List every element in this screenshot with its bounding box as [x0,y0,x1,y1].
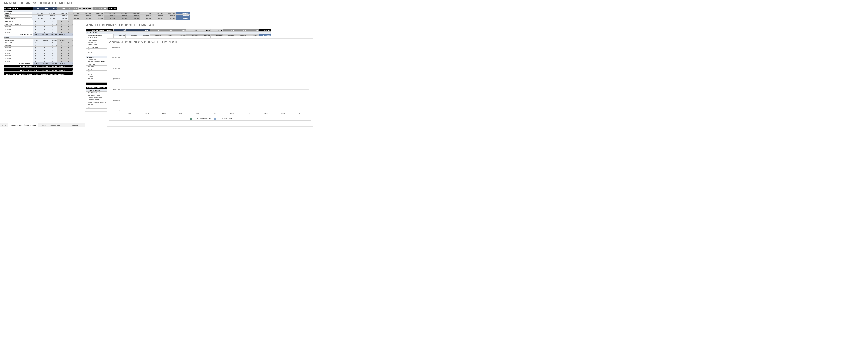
tab-nav-prev[interactable]: ◄ [0,123,4,127]
cell[interactable]: $- [33,60,40,62]
cell[interactable]: $- [49,49,58,52]
cell[interactable]: $- [40,23,49,26]
cell[interactable]: $80.00 [140,17,152,20]
cell[interactable]: $70.00 [33,62,40,65]
cell[interactable]: $806.00 [33,33,40,36]
cell[interactable]: $- [49,44,58,47]
cell[interactable]: $- [33,57,40,60]
cell[interactable]: $1,055.00 [49,65,58,68]
cell[interactable]: $- [49,41,58,44]
cell[interactable]: $1,000.00 [92,12,104,15]
cell[interactable]: $890.00 [40,33,49,36]
cell[interactable]: $960.00 [40,69,49,71]
cell[interactable]: $50.00 [164,15,176,17]
cell[interactable]: $- [40,57,49,60]
cell[interactable]: $- [33,20,40,23]
cell[interactable]: $60.00 [116,15,128,17]
cell[interactable]: $50.00 [92,15,104,17]
cell[interactable]: $- [58,60,66,62]
cell[interactable]: $- [58,31,66,33]
cell[interactable]: $56.00 [32,17,44,20]
cell[interactable]: $350.00 [125,34,137,36]
cell[interactable]: $- [66,60,73,62]
cell[interactable]: $- [40,44,49,47]
cell[interactable]: $- [33,23,40,26]
cell[interactable]: $ [66,65,73,68]
cell[interactable]: $60.00 [80,15,92,17]
cell[interactable]: $876.00 [33,65,40,68]
cell[interactable]: $- [58,44,66,47]
cell[interactable]: $- [49,57,58,60]
cell[interactable]: $- [40,28,49,31]
cell[interactable]: $80.00 [128,17,140,20]
cell[interactable]: $- [33,52,40,55]
cell[interactable]: $975.00 [49,33,58,36]
cell[interactable]: $50.00 [56,15,68,17]
cell[interactable]: $70.00 [33,39,40,41]
cell[interactable]: $- [49,26,58,28]
cell[interactable]: $350.00 [137,34,150,36]
cell[interactable]: $630.00 [58,33,66,36]
cell[interactable]: $ [66,33,73,36]
cell[interactable]: $845.00 [128,12,140,15]
cell[interactable]: $- [49,20,58,23]
cell[interactable]: $- [40,26,49,28]
cell[interactable]: $- [40,52,49,55]
cell[interactable]: $350.00 [235,34,247,36]
cell[interactable]: $350.00 [210,34,223,36]
cell[interactable]: $400.00 [162,34,174,36]
cell[interactable]: $- [40,41,49,44]
cell[interactable]: $ [66,39,73,41]
cell[interactable]: $- [33,47,40,49]
cell[interactable]: $70.00 [58,39,66,41]
cell[interactable]: $- [40,20,49,23]
cell[interactable]: $- [33,26,40,28]
cell[interactable]: $700.00 [32,12,44,15]
cell[interactable]: $400.00 [174,34,186,36]
cell[interactable]: $- [40,55,49,57]
cell[interactable]: $- [33,44,40,47]
cell[interactable]: $54.00 [164,17,176,20]
cell[interactable]: $- [66,31,73,33]
cell[interactable]: $- [33,49,40,52]
cell[interactable]: $400.00 [152,12,164,15]
cell[interactable]: $ [66,69,73,71]
cell[interactable]: $- [49,47,58,49]
cell[interactable]: $350.00 [198,34,210,36]
cell[interactable]: $76.00 [80,17,92,20]
cell[interactable]: $- [49,31,58,33]
cell[interactable]: $50.00 [128,15,140,17]
cell[interactable]: $70.00 [40,39,49,41]
cell[interactable]: $400.00 [247,34,259,36]
cell[interactable]: $876.00 [33,73,40,75]
cell[interactable]: $- [66,23,73,26]
cell[interactable]: $80.00 [56,17,68,20]
cell[interactable]: $- [58,23,66,26]
cell[interactable]: $50.00 [32,15,44,17]
cell[interactable]: $- [66,55,73,57]
cell[interactable]: $3,591.00 [58,73,66,75]
sheet-tab[interactable]: Expenses - Annual Bus. Budget [38,123,69,127]
cell[interactable]: $- [40,31,49,33]
cell[interactable]: $876.00 [33,69,40,71]
cell[interactable]: $80.00 [49,62,58,65]
cell[interactable]: $- [58,47,66,49]
cell[interactable]: $- [58,57,66,60]
cell[interactable]: $350.00 [113,34,125,36]
cell[interactable]: $- [58,20,66,23]
cell[interactable]: $50.00 [68,15,80,17]
cell[interactable]: $70.00 [58,62,66,65]
cell[interactable]: $- [49,23,58,26]
cell[interactable]: $- [58,49,66,52]
cell[interactable]: $- [66,47,73,49]
cell[interactable]: $- [33,28,40,31]
cell[interactable]: $400.00 [80,12,92,15]
cell[interactable]: $- [58,55,66,57]
cell[interactable]: $54.00 [92,17,104,20]
cell[interactable]: $70.00 [116,17,128,20]
cell[interactable]: $350.00 [223,34,235,36]
cell[interactable]: $- [49,28,58,31]
cell[interactable]: $- [49,60,58,62]
cell[interactable]: $80.00 [68,17,80,20]
cell[interactable]: $- [66,26,73,28]
